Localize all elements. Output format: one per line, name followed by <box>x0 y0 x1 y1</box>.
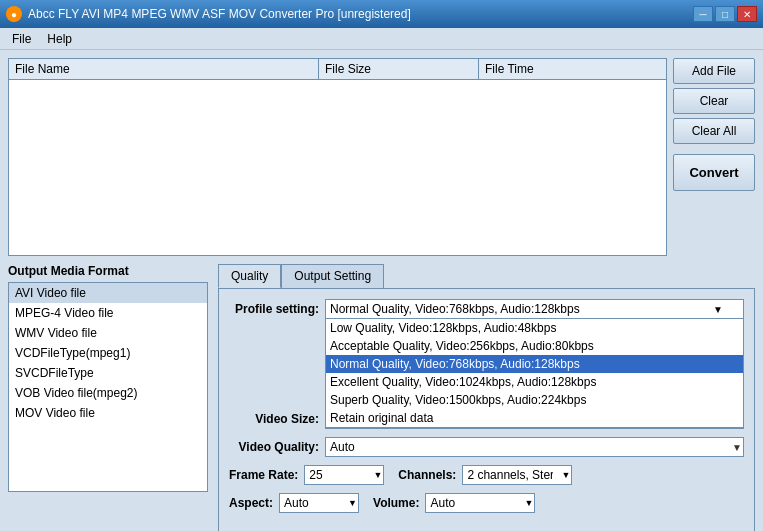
dropdown-arrow-icon: ▼ <box>713 304 723 315</box>
video-quality-select[interactable]: Auto Low Medium High <box>325 437 744 457</box>
menu-file[interactable]: File <box>4 30 39 48</box>
aspect-select-wrapper[interactable]: Auto 4:3 16:9 ▼ <box>279 493 359 513</box>
channels-label: Channels: <box>398 468 456 482</box>
video-quality-select-wrapper[interactable]: Auto Low Medium High ▼ <box>325 437 744 457</box>
file-list-container: File Name File Size File Time <box>8 58 667 256</box>
file-list-header: File Name File Size File Time <box>9 59 666 80</box>
col-filename: File Name <box>9 59 319 79</box>
profile-option-superb[interactable]: Superb Quality, Video:1500kbps, Audio:22… <box>326 391 743 409</box>
volume-select-wrapper[interactable]: Auto 50% 100% 150% 200% ▼ <box>425 493 535 513</box>
convert-button[interactable]: Convert <box>673 154 755 191</box>
file-list-section: File Name File Size File Time Add File C… <box>8 58 755 256</box>
col-filesize: File Size <box>319 59 479 79</box>
settings-panel: Quality Output Setting Profile setting: … <box>218 264 755 531</box>
profile-dropdown-value: Normal Quality, Video:768kbps, Audio:128… <box>330 302 580 316</box>
profile-option-excellent[interactable]: Excellent Quality, Video:1024kbps, Audio… <box>326 373 743 391</box>
title-bar-left: ● Abcc FLY AVI MP4 MPEG WMV ASF MOV Conv… <box>6 6 411 22</box>
menu-help[interactable]: Help <box>39 30 80 48</box>
profile-setting-row: Profile setting: Normal Quality, Video:7… <box>229 299 744 319</box>
format-list[interactable]: AVI Video file MPEG-4 Video file WMV Vid… <box>8 282 208 492</box>
file-list-body[interactable] <box>9 80 666 255</box>
video-quality-label: Video Quality: <box>229 440 319 454</box>
format-item-mov[interactable]: MOV Video file <box>9 403 207 423</box>
file-action-buttons: Add File Clear Clear All Convert <box>673 58 755 256</box>
add-file-button[interactable]: Add File <box>673 58 755 84</box>
format-item-vcd[interactable]: VCDFileType(mpeg1) <box>9 343 207 363</box>
video-quality-row: Video Quality: Auto Low Medium High ▼ <box>229 437 744 457</box>
profile-option-acceptable[interactable]: Acceptable Quality, Video:256kbps, Audio… <box>326 337 743 355</box>
frame-rate-label: Frame Rate: <box>229 468 298 482</box>
profile-option-low[interactable]: Low Quality, Video:128kbps, Audio:48kbps <box>326 319 743 337</box>
channels-select-wrapper[interactable]: 2 channels, Ster Mono 5.1 Surround ▼ <box>462 465 572 485</box>
close-button[interactable]: ✕ <box>737 6 757 22</box>
profile-option-normal[interactable]: Normal Quality, Video:768kbps, Audio:128… <box>326 355 743 373</box>
minimize-button[interactable]: ─ <box>693 6 713 22</box>
restore-button[interactable]: □ <box>715 6 735 22</box>
profile-setting-dropdown[interactable]: Normal Quality, Video:768kbps, Audio:128… <box>325 299 744 319</box>
volume-select[interactable]: Auto 50% 100% 150% 200% <box>425 493 535 513</box>
frame-rate-select[interactable]: 25 Auto 15 24 29.97 30 <box>304 465 384 485</box>
bottom-section: Output Media Format AVI Video file MPEG-… <box>8 264 755 531</box>
profile-setting-label: Profile setting: <box>229 302 319 316</box>
settings-content: Profile setting: Normal Quality, Video:7… <box>218 288 755 531</box>
menu-bar: File Help <box>0 28 763 50</box>
clear-button[interactable]: Clear <box>673 88 755 114</box>
framerate-channels-row: Frame Rate: 25 Auto 15 24 29.97 30 ▼ Cha… <box>229 465 744 485</box>
tab-bar: Quality Output Setting <box>218 264 755 288</box>
profile-dropdown-list[interactable]: Low Quality, Video:128kbps, Audio:48kbps… <box>325 319 744 428</box>
aspect-label: Aspect: <box>229 496 273 510</box>
aspect-select[interactable]: Auto 4:3 16:9 <box>279 493 359 513</box>
output-format-title: Output Media Format <box>8 264 208 278</box>
format-item-wmv[interactable]: WMV Video file <box>9 323 207 343</box>
frame-rate-select-wrapper[interactable]: 25 Auto 15 24 29.97 30 ▼ <box>304 465 384 485</box>
format-item-svcd[interactable]: SVCDFileType <box>9 363 207 383</box>
title-bar: ● Abcc FLY AVI MP4 MPEG WMV ASF MOV Conv… <box>0 0 763 28</box>
window-controls: ─ □ ✕ <box>693 6 757 22</box>
app-icon: ● <box>6 6 22 22</box>
format-item-vob[interactable]: VOB Video file(mpeg2) <box>9 383 207 403</box>
col-filetime: File Time <box>479 59 666 79</box>
app-title: Abcc FLY AVI MP4 MPEG WMV ASF MOV Conver… <box>28 7 411 21</box>
tab-output-setting[interactable]: Output Setting <box>281 264 384 288</box>
video-size-label: Video Size: <box>229 412 319 426</box>
main-content: File Name File Size File Time Add File C… <box>0 50 763 531</box>
profile-dropdown-display[interactable]: Normal Quality, Video:768kbps, Audio:128… <box>325 299 744 319</box>
aspect-volume-row: Aspect: Auto 4:3 16:9 ▼ Volume: Auto <box>229 493 744 513</box>
format-item-avi[interactable]: AVI Video file <box>9 283 207 303</box>
volume-label: Volume: <box>373 496 419 510</box>
tab-quality[interactable]: Quality <box>218 264 281 288</box>
output-format-panel: Output Media Format AVI Video file MPEG-… <box>8 264 208 531</box>
clear-all-button[interactable]: Clear All <box>673 118 755 144</box>
profile-option-retain[interactable]: Retain original data <box>326 409 743 427</box>
format-item-mpeg4[interactable]: MPEG-4 Video file <box>9 303 207 323</box>
channels-select[interactable]: 2 channels, Ster Mono 5.1 Surround <box>462 465 572 485</box>
